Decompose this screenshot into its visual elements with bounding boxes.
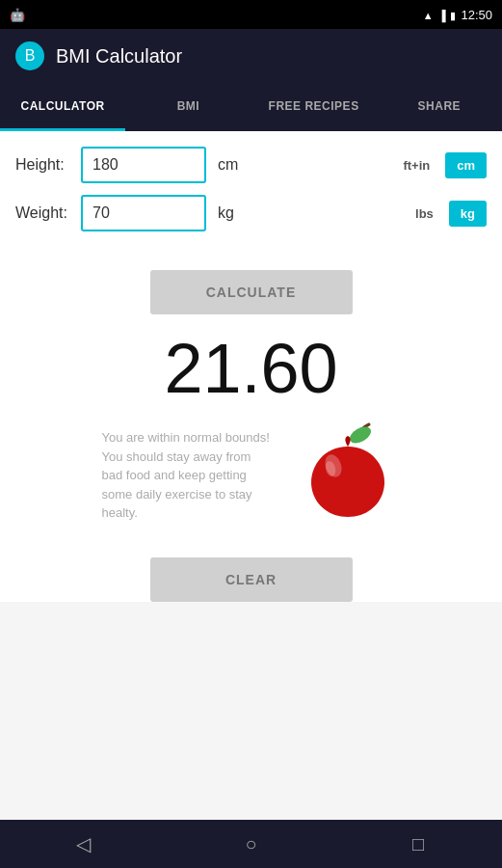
apple-illustration: [295, 422, 401, 529]
main-content: Height: cm ft+in cm Weight: kg lbs kg CA…: [0, 131, 502, 602]
nav-home-button[interactable]: ○: [231, 825, 270, 863]
wifi-icon: [423, 8, 434, 22]
tab-calculator[interactable]: CALCULATOR: [0, 83, 125, 129]
height-imperial-button[interactable]: ft+in: [391, 152, 441, 178]
status-bar-right: 12:50: [423, 8, 492, 22]
clear-button[interactable]: CLEAR: [150, 557, 353, 602]
nav-back-button[interactable]: ◁: [65, 825, 103, 863]
form-section: Height: cm ft+in cm Weight: kg lbs kg: [0, 131, 502, 251]
bmi-value: 21.60: [0, 334, 502, 403]
weight-lbs-button[interactable]: lbs: [404, 201, 445, 227]
weight-unit-display: kg: [218, 204, 234, 222]
tab-bar: CALCULATOR BMI FREE RECIPES SHARE: [0, 83, 502, 131]
height-unit-buttons: ft+in cm: [391, 152, 487, 178]
weight-input[interactable]: [81, 195, 206, 231]
height-metric-button[interactable]: cm: [445, 152, 487, 178]
height-input[interactable]: [81, 147, 206, 183]
nav-recents-button[interactable]: □: [399, 825, 437, 863]
weight-row: Weight: kg lbs kg: [15, 195, 487, 231]
info-image-row: You are within normal bounds! You should…: [0, 413, 502, 538]
tab-share[interactable]: SHARE: [377, 83, 502, 129]
health-message: You are within normal bounds! You should…: [102, 428, 276, 523]
weight-unit-buttons: lbs kg: [404, 201, 487, 227]
height-row: Height: cm ft+in cm: [15, 147, 487, 183]
weight-kg-button[interactable]: kg: [449, 201, 487, 227]
tab-bmi[interactable]: BMI: [125, 83, 251, 129]
bottom-nav: ◁ ○ □: [0, 820, 502, 868]
time-display: 12:50: [461, 8, 492, 22]
app-bar: B BMI Calculator: [0, 29, 502, 83]
height-label: Height:: [15, 156, 73, 174]
svg-point-0: [347, 423, 374, 447]
signal-icon: [438, 8, 446, 22]
battery-icon: [450, 8, 456, 22]
status-bar: 🤖 12:50: [0, 0, 502, 29]
weight-label: Weight:: [15, 204, 73, 222]
result-section: 21.60: [0, 314, 502, 413]
app-icon: B: [15, 41, 44, 70]
calculate-button[interactable]: CALCULATE: [150, 270, 353, 314]
status-bar-left: 🤖: [10, 8, 25, 22]
tab-free-recipes[interactable]: FREE RECIPES: [251, 83, 377, 129]
app-title: BMI Calculator: [56, 45, 182, 68]
height-unit-display: cm: [218, 156, 238, 174]
android-icon: 🤖: [10, 8, 25, 22]
